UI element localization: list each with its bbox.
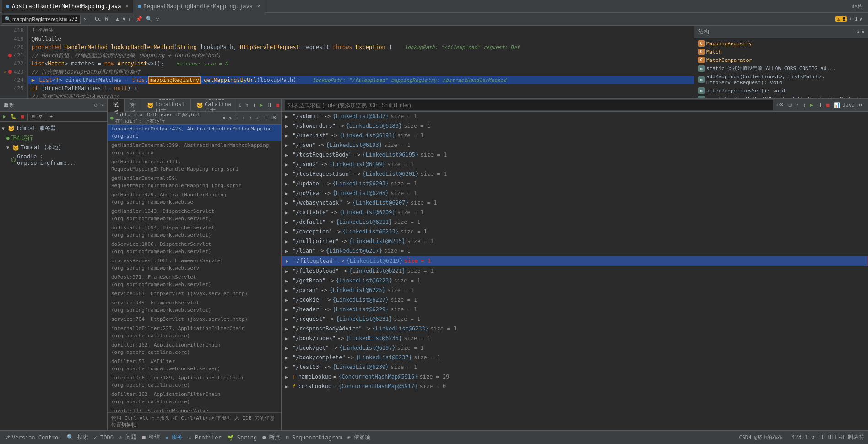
breakpoints-btn[interactable]: ● 断点: [262, 433, 280, 441]
var-item-13[interactable]: ▶ "/nullpointer" -> {LinkedList@6215} si…: [282, 237, 868, 246]
stack-frame-0[interactable]: lookupHandlerMethod:423, AbstractHandler…: [108, 125, 281, 141]
deps-btn[interactable]: ❀ 依赖项: [347, 433, 370, 441]
var-down-btn[interactable]: ↓: [802, 101, 808, 109]
stack-frame-5[interactable]: getHandler:1343, DispatcherServlet (org.…: [108, 207, 281, 223]
breakpoint-421[interactable]: [8, 54, 12, 57]
debug-down-btn[interactable]: ↓: [251, 101, 257, 109]
debug-stop-btn[interactable]: ■: [275, 101, 281, 109]
var-item-12[interactable]: ▶ "/exception" -> {LinkedList@6213} size…: [282, 227, 868, 237]
var-add-watch-btn[interactable]: +👁: [775, 101, 786, 109]
stack-frame-8[interactable]: processRequest:1085, FrameworkServlet (o…: [108, 256, 281, 273]
var-pause-btn[interactable]: ⏸: [816, 101, 824, 109]
debug-up-btn[interactable]: ↑: [244, 101, 250, 109]
tab-tomcat-catalina[interactable]: 🐱 Tomcat Catalina 日志: [191, 99, 237, 112]
structure-item-5[interactable]: m afterPropertiesSet(): void: [694, 87, 868, 95]
var-item-11[interactable]: ▶ "/default" -> {LinkedList@6211} size =…: [282, 217, 868, 227]
watch-btn[interactable]: 👁: [271, 114, 278, 122]
var-item-5[interactable]: ▶ "/json2" -> {LinkedList@6199} size = 1: [282, 160, 868, 169]
stack-frame-11[interactable]: service:945, FrameworkServlet (org.sprin…: [108, 298, 281, 315]
pin-btn[interactable]: 📌: [135, 15, 144, 23]
tab-abstract-handler[interactable]: ■ AbstractHandlerMethodMapping.java ✕: [2, 0, 133, 13]
structure-item-6[interactable]: m createHandlerMethod(Object, Method): H…: [694, 95, 868, 98]
run-cursor-btn[interactable]: →|: [254, 114, 263, 122]
stack-frame-10[interactable]: service:681, HttpServlet (javax.servlet.…: [108, 289, 281, 298]
stack-frame-15[interactable]: doFilter:53, WsFilter (org.apache.tomcat…: [108, 357, 281, 374]
var-item-8[interactable]: ▶ "/noView" -> {LinkedList@6205} size = …: [282, 189, 868, 198]
var-item-2[interactable]: ▶ "/userlist" -> {LinkedList@6191} size …: [282, 131, 868, 141]
var-stop-btn[interactable]: ■: [825, 101, 831, 109]
var-item-10[interactable]: ▶ "/callable" -> {LinkedList@6209} size …: [282, 208, 868, 217]
var-item-fileupload[interactable]: ▶ "/fileupload" -> {LinkedList@6219} siz…: [282, 256, 868, 266]
var-more-btn[interactable]: ≫: [856, 101, 864, 109]
var-item-16[interactable]: ▶ "/filesUpload" -> {LinkedList@b221} si…: [282, 266, 868, 276]
filter-btn[interactable]: ▽: [38, 113, 43, 120]
structure-item-0[interactable]: C MappingRegistry: [694, 39, 868, 48]
tab-abstract-close[interactable]: ✕: [125, 4, 128, 9]
var-view-btn[interactable]: 📊: [832, 101, 841, 109]
search-box[interactable]: 🔍 2/2: [2, 15, 81, 24]
word-btn[interactable]: W: [103, 16, 109, 22]
filter-results-btn[interactable]: ▽: [155, 15, 161, 23]
search-status-btn[interactable]: 🔍 搜索: [67, 433, 88, 441]
structure-toggle[interactable]: 结构: [849, 3, 866, 10]
stop-btn[interactable]: ■: [20, 113, 26, 120]
var-item-17[interactable]: ▶ "/getBean" -> {LinkedList@6223} size =…: [282, 276, 868, 286]
terminal-btn[interactable]: ■ 终结: [142, 433, 159, 441]
case-sensitive-btn[interactable]: Cc: [93, 16, 102, 22]
next-match-btn[interactable]: ▼: [121, 15, 127, 23]
var-resume-btn[interactable]: ▶: [808, 101, 814, 109]
stack-frame-2[interactable]: getHandlerInternal:111, RequestMappingIn…: [108, 157, 281, 174]
tree-gradle[interactable]: ⬡ Gradle : org.springframe...: [0, 152, 107, 167]
stack-frame-9[interactable]: doPost:971, FrameworkServlet (org.spring…: [108, 273, 281, 289]
structure-item-1[interactable]: C Match: [694, 48, 868, 56]
var-item-namelookup[interactable]: ▶ f nameLookup = {ConcurrentHashMap@5916…: [282, 372, 868, 382]
tab-request-close[interactable]: ✕: [257, 4, 260, 9]
stack-frame-14[interactable]: doFilter:162, ApplicationFilterChain (or…: [108, 341, 281, 357]
debug-btn-srv[interactable]: 🐛: [9, 113, 18, 120]
var-item-21[interactable]: ▶ "/request" -> {LinkedList@6231} size =…: [282, 314, 868, 324]
var-item-7[interactable]: ▶ "/update" -> {LinkedList@6203} size = …: [282, 179, 868, 189]
profiler-btn[interactable]: ✦ Profiler: [188, 434, 221, 441]
services-settings-btn[interactable]: ⚙: [93, 101, 99, 109]
version-control-btn[interactable]: ⎇ Version Control: [4, 434, 61, 441]
tree-running-status[interactable]: ● 正在运行: [0, 133, 107, 143]
tab-debugger[interactable]: 调试器: [108, 99, 125, 112]
stack-frame-7[interactable]: doService:1006, DispatcherServlet (org.s…: [108, 240, 281, 256]
stack-frame-12[interactable]: service:764, HttpServlet (javax.servlet.…: [108, 315, 281, 324]
var-up-btn[interactable]: ↑: [794, 101, 800, 109]
thread-dropdown-icon[interactable]: ▼: [223, 115, 226, 120]
var-item-18[interactable]: ▶ "/param" -> {LinkedList@6225} size = 1: [282, 286, 868, 295]
var-item-corslookup[interactable]: ▶ f corsLookup = {ConcurrentHashMap@5917…: [282, 382, 868, 391]
var-item-26[interactable]: ▶ "/test03" -> {LinkedList@6239} size = …: [282, 363, 868, 372]
services-close-btn[interactable]: ✕: [99, 101, 105, 109]
var-item-14[interactable]: ▶ "/lian" -> {LinkedList@6217} size = 1: [282, 246, 868, 256]
breakpoint-423[interactable]: [8, 70, 12, 74]
tree-tomcat-server[interactable]: ▼ 🐱 Tomcat 服务器: [0, 124, 107, 133]
var-item-4[interactable]: ▶ "/testRequestBody" -> {LinkedList@6195…: [282, 150, 868, 160]
eval-input[interactable]: [285, 100, 773, 110]
force-step-btn[interactable]: ⇩: [241, 114, 247, 122]
structure-item-3[interactable]: m static 类初始值设定项 ALLOW_CORS_CONFIG_ad...: [694, 64, 868, 73]
sequence-diagram-btn[interactable]: ≋ SequenceDiagram: [286, 434, 342, 441]
evaluate-btn[interactable]: ≡: [264, 114, 270, 122]
add-service-btn[interactable]: +: [49, 113, 54, 120]
structure-item-2[interactable]: C MatchComparator: [694, 56, 868, 64]
tree-tomcat-local[interactable]: ▼ 🐱 Tomcat (本地): [0, 143, 107, 152]
var-item-24[interactable]: ▶ "/book/get" -> {LinkedList@6197} size …: [282, 343, 868, 353]
open-in-find-btn[interactable]: 🔍: [145, 15, 154, 23]
var-item-9[interactable]: ▶ "/webasynctask" -> {LinkedList@6207} s…: [282, 198, 868, 208]
debug-pause-btn[interactable]: ⏸: [266, 101, 273, 109]
search-input[interactable]: [12, 16, 67, 22]
tab-request-mapping[interactable]: ■ RequestMappingHandlerMapping.java ✕: [133, 0, 265, 13]
todo-btn[interactable]: ✓ TODO: [94, 434, 114, 441]
stack-frame-18[interactable]: invoke:197, StandardWrapperValve (org.ap…: [108, 406, 281, 412]
prev-match-btn[interactable]: ▲: [114, 15, 120, 23]
var-item-6[interactable]: ▶ "/testRequestJson" -> {LinkedList@6201…: [282, 169, 868, 179]
structure-close-icon[interactable]: ✕: [861, 29, 864, 35]
tab-server[interactable]: 服务器: [125, 99, 141, 112]
structure-settings-icon[interactable]: ⚙: [857, 29, 860, 35]
step-out-btn[interactable]: ↑: [248, 114, 254, 122]
var-item-23[interactable]: ▶ "/book/index" -> {LinkedList@6235} siz…: [282, 334, 868, 343]
var-item-0[interactable]: ▶ "/submit" -> {LinkedList@6187} size = …: [282, 112, 868, 121]
problems-btn[interactable]: ⚠ 问题: [119, 433, 136, 441]
